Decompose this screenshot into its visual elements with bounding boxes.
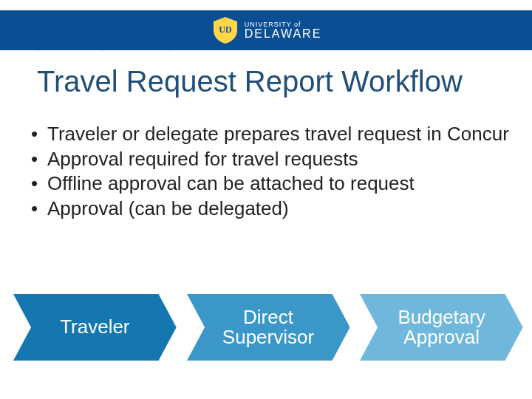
slide-title: Travel Request Report Workflow: [37, 65, 510, 98]
svg-text:UD: UD: [219, 24, 232, 35]
bullet-list: Traveler or delegate prepares travel req…: [27, 123, 510, 222]
workflow-chevrons: Traveler Direct Supervisor Budgetary App…: [13, 294, 523, 361]
list-item: Offline approval can be attached to requ…: [27, 172, 510, 196]
workflow-step-direct-supervisor: Direct Supervisor: [187, 294, 350, 361]
slide: GRAMM METAPH UD UNIVERSITY of DELAWARE T…: [0, 0, 532, 399]
workflow-step-traveler: Traveler: [13, 294, 177, 361]
university-logo: UD UNIVERSITY of DELAWARE: [211, 16, 322, 45]
workflow-step-budgetary-approval: Budgetary Approval: [360, 294, 523, 361]
list-item: Approval (can be delegated): [27, 197, 510, 221]
list-item: Traveler or delegate prepares travel req…: [27, 123, 510, 146]
workflow-step-label: Direct Supervisor: [203, 294, 334, 361]
header-band: UD UNIVERSITY of DELAWARE: [0, 10, 532, 50]
workflow-step-label: Traveler: [30, 294, 160, 361]
workflow-step-label: Budgetary Approval: [376, 294, 507, 361]
list-item: Approval required for travel requests: [27, 148, 510, 171]
logo-text-large: DELAWARE: [245, 28, 322, 40]
logo-text: UNIVERSITY of DELAWARE: [245, 21, 322, 40]
logo-shield-icon: UD: [211, 16, 240, 45]
